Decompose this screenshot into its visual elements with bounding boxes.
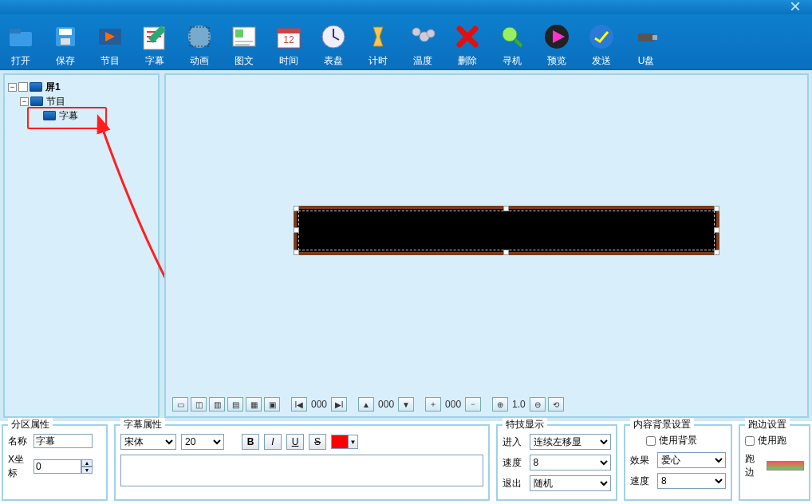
enter-label: 进入 (503, 435, 526, 449)
collapse-icon[interactable]: − (20, 97, 29, 106)
use-border-checkbox[interactable] (745, 436, 755, 446)
checkbox[interactable] (18, 82, 28, 92)
resize-handle[interactable] (503, 206, 509, 211)
last-page-icon[interactable]: ▶I (331, 397, 347, 411)
name-input[interactable] (34, 434, 93, 448)
preview-area (120, 455, 483, 486)
italic-button[interactable]: I (264, 434, 282, 450)
clock-icon (316, 19, 351, 54)
toolbar-temp-button[interactable]: 温度 (404, 19, 442, 68)
layout-5-icon[interactable]: ▦ (246, 397, 262, 411)
resize-handle[interactable] (714, 227, 719, 233)
effect-legend: 特技显示 (503, 418, 547, 431)
down-icon[interactable]: ▼ (398, 397, 414, 411)
layout-2-icon[interactable]: ◫ (191, 397, 207, 411)
toolbar-save-button[interactable]: 保存 (46, 19, 85, 68)
exit-select[interactable]: 随机 (530, 475, 611, 491)
chevron-down-icon[interactable]: ▼ (348, 435, 357, 448)
svg-rect-1 (10, 29, 21, 33)
collapse-icon[interactable]: − (8, 83, 17, 92)
color-picker[interactable]: ▼ (331, 435, 358, 449)
open-icon (3, 19, 38, 54)
toolbar-send-button[interactable]: 发送 (582, 19, 621, 68)
minus-icon[interactable]: － (465, 397, 481, 411)
underline-button[interactable]: U (286, 434, 304, 450)
imgtext-icon (227, 19, 262, 54)
zoom-out-icon[interactable]: ⊖ (530, 397, 546, 411)
svg-text:12: 12 (283, 34, 294, 45)
toolbar-usb-button[interactable]: U盘 (627, 19, 665, 68)
canvas-area[interactable] (166, 75, 807, 392)
zoom-in-icon[interactable]: ⊕ (492, 397, 508, 411)
toolbar-label: 温度 (413, 54, 432, 68)
toolbar-time-button[interactable]: 12时间 (270, 19, 308, 68)
canvas-panel: ▭ ◫ ▥ ▤ ▦ ▣ I◀ 000 ▶I ▲ 000 ▼ ＋ 000 － ⊕ … (164, 73, 809, 418)
first-page-icon[interactable]: I◀ (291, 397, 307, 411)
resize-handle[interactable] (294, 250, 299, 255)
bg-speed-select[interactable]: 8 (657, 473, 726, 489)
up-icon[interactable]: ▲ (358, 397, 374, 411)
toolbar-label: 节目 (101, 54, 120, 68)
close-icon[interactable]: × (790, 0, 801, 18)
spin-up-icon[interactable]: ▲ (81, 459, 93, 467)
plus-icon[interactable]: ＋ (425, 397, 441, 411)
x-label: X坐标 (8, 453, 30, 480)
subtitle-region[interactable] (294, 206, 719, 255)
main-area: − 屏1 − 节目 字幕 (0, 70, 812, 421)
bold-button[interactable]: B (242, 434, 259, 450)
layout-6-icon[interactable]: ▣ (264, 397, 280, 411)
toolbar-delete-button[interactable]: 删除 (448, 19, 487, 68)
resize-handle[interactable] (714, 206, 719, 211)
x-input[interactable] (34, 459, 81, 474)
toolbar-label: 寻机 (503, 54, 522, 68)
toolbar-imgtext-button[interactable]: 图文 (225, 19, 263, 68)
edge-preview[interactable] (767, 461, 804, 471)
delete-icon (450, 19, 485, 54)
toolbar-subtitle-button[interactable]: 字幕 (136, 19, 174, 68)
toolbar-anim-button[interactable]: 动画 (180, 19, 219, 68)
use-bg-checkbox[interactable] (646, 436, 656, 446)
zoom-value: 1.0 (510, 399, 527, 410)
spin-down-icon[interactable]: ▼ (81, 467, 93, 474)
toolbar-program-button[interactable]: 节目 (91, 19, 129, 68)
toolbar-search-button[interactable]: 寻机 (493, 19, 531, 68)
toolbar-label: 保存 (56, 54, 75, 68)
resize-handle[interactable] (294, 227, 299, 233)
svg-rect-23 (638, 33, 654, 41)
time-icon: 12 (271, 19, 306, 54)
tree-program-label: 节目 (46, 95, 65, 108)
toolbar-timer-button[interactable]: 计时 (359, 19, 397, 68)
svg-rect-3 (59, 29, 72, 35)
toolbar-clock-button[interactable]: 表盘 (314, 19, 353, 68)
subtitle-props-group: 字幕属性 宋体 20 B I U S ▼ (114, 424, 490, 501)
bg-legend: 内容背景设置 (630, 418, 694, 431)
toolbar-preview-button[interactable]: 预览 (538, 19, 576, 68)
resize-handle[interactable] (503, 250, 509, 255)
bg-effect-select[interactable]: 爱心 (657, 452, 726, 468)
exit-label: 退出 (503, 477, 526, 490)
resize-handle[interactable] (294, 206, 299, 211)
toolbar-label: 表盘 (324, 54, 343, 68)
toolbar-label: 动画 (190, 54, 209, 68)
tree-screen-row[interactable]: − 屏1 (8, 80, 155, 94)
bg-speed-label: 速度 (630, 474, 654, 488)
enter-select[interactable]: 连续左移显 (530, 434, 611, 450)
layout-1-icon[interactable]: ▭ (172, 397, 188, 411)
layout-3-icon[interactable]: ▥ (209, 397, 225, 411)
screen-icon (30, 82, 42, 92)
strike-button[interactable]: S (309, 434, 326, 450)
fit-icon[interactable]: ⟲ (548, 397, 564, 411)
effect-props-group: 特技显示 进入 连续左移显 速度 8 退出 随机 (496, 424, 617, 501)
toolbar-label: 打开 (11, 54, 30, 68)
tree-program-row[interactable]: − 节目 (8, 94, 155, 108)
layout-4-icon[interactable]: ▤ (227, 397, 243, 411)
resize-handle[interactable] (714, 250, 719, 255)
size-select[interactable]: 20 (181, 434, 224, 450)
speed-select[interactable]: 8 (530, 455, 611, 471)
toolbar-open-button[interactable]: 打开 (2, 19, 40, 68)
subtitle-icon (137, 19, 172, 54)
tree-subtitle-row[interactable]: 字幕 (8, 108, 155, 123)
svg-rect-11 (235, 30, 243, 37)
font-select[interactable]: 宋体 (120, 434, 176, 450)
program-icon (30, 96, 43, 106)
